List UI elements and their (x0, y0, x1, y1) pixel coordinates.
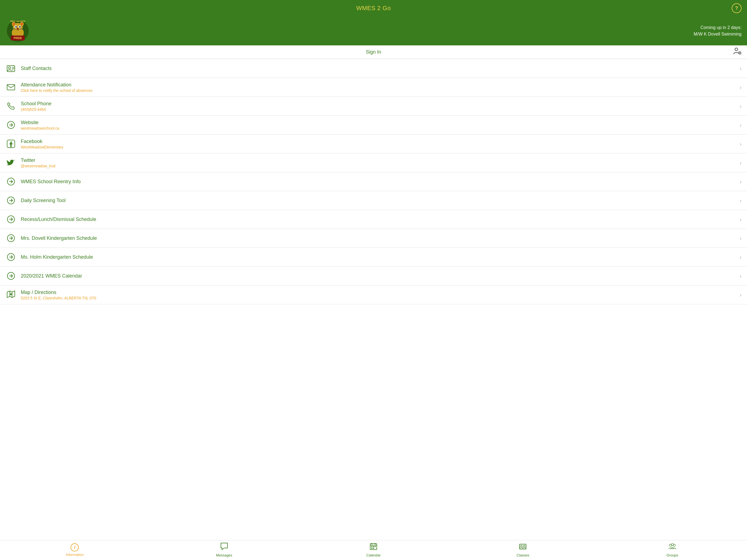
top-bar: WMES 2 Go ? (0, 0, 747, 17)
info-icon: i (71, 543, 79, 552)
svg-rect-60 (373, 546, 374, 547)
list-item-subtitle: WestMeadowElementary (21, 145, 737, 149)
list-item-recess[interactable]: Recess/Lunch/Dismissal Schedule › (0, 210, 747, 229)
svg-text:WEST MEADOW: WEST MEADOW (10, 20, 25, 22)
coming-up-text: Coming up in 2 days: M/W K Dovell Swimmi… (694, 24, 742, 37)
list-item-content: Staff Contacts (21, 66, 737, 71)
tab-information[interactable]: i Information (0, 543, 149, 557)
list-item-title: 2020/2021 WMES Calendar (21, 273, 737, 279)
signin-label[interactable]: Sign In (366, 49, 381, 55)
list-item-attendance[interactable]: Attendance Notification Click here to no… (0, 78, 747, 97)
list-item-staff-contacts[interactable]: Staff Contacts › (0, 59, 747, 78)
tab-label-calendar: Calendar (366, 553, 381, 557)
list-item-content: Ms. Holm Kindergarten Schedule (21, 254, 737, 260)
chevron-right-icon: › (740, 84, 742, 91)
list-item-title: Recess/Lunch/Dismissal Schedule (21, 217, 737, 222)
chevron-right-icon: › (740, 198, 742, 204)
chevron-right-icon: › (740, 179, 742, 185)
list-item-icon-link (5, 120, 17, 130)
info-list: Staff Contacts › Attendance Notification… (0, 59, 747, 540)
logo-bar: PRIDE WEST MEADOW Coming up in 2 days: M… (0, 17, 747, 45)
svg-point-21 (735, 48, 738, 51)
list-item-title: Map / Directions (21, 289, 737, 295)
svg-point-6 (21, 23, 23, 25)
svg-point-66 (523, 545, 525, 547)
svg-point-5 (12, 23, 15, 25)
svg-rect-61 (375, 546, 376, 547)
tab-classes[interactable]: Classes (448, 542, 597, 557)
tab-bar: i Information Messages Calendar (0, 540, 747, 560)
list-item-content: Map / Directions 5203 5 St E, Claresholm… (21, 289, 737, 300)
list-item-subtitle: 5203 5 St E, Claresholm, ALBERTA T0L 0T0 (21, 296, 737, 300)
list-item-content: Daily Screening Tool (21, 198, 737, 203)
list-item-content: Mrs. Dovell Kindergarten Schedule (21, 235, 737, 241)
tab-label-messages: Messages (216, 553, 232, 557)
help-button[interactable]: ? (732, 3, 742, 13)
list-item-title: School Phone (21, 101, 737, 107)
tab-messages[interactable]: Messages (149, 542, 299, 557)
svg-point-23 (740, 52, 741, 53)
list-item-title: Staff Contacts (21, 66, 737, 71)
list-item-calendar[interactable]: 2020/2021 WMES Calendar › (0, 266, 747, 285)
svg-point-13 (17, 28, 19, 29)
list-item-content: Twitter @westmeadow_lrsd (21, 157, 737, 168)
chevron-right-icon: › (740, 160, 742, 166)
svg-rect-35 (7, 84, 15, 90)
list-item-subtitle: (403)625-4464 (21, 107, 737, 111)
chevron-right-icon: › (740, 254, 742, 260)
list-item-content: Recess/Lunch/Dismissal Schedule (21, 217, 737, 222)
svg-point-11 (16, 26, 17, 27)
list-item-content: 2020/2021 WMES Calendar (21, 273, 737, 279)
list-item-content: School Phone (403)625-4464 (21, 101, 737, 111)
list-item-content: Attendance Notification Click here to no… (21, 82, 737, 93)
chevron-right-icon: › (740, 273, 742, 279)
svg-point-31 (8, 67, 11, 69)
list-item-screening[interactable]: Daily Screening Tool › (0, 191, 747, 210)
svg-point-12 (20, 26, 21, 27)
chevron-right-icon: › (740, 141, 742, 147)
svg-rect-63 (373, 548, 374, 549)
list-item-map[interactable]: Map / Directions 5203 5 St E, Claresholm… (0, 285, 747, 304)
svg-point-9 (15, 26, 17, 28)
list-item-icon-link (5, 271, 17, 281)
list-item-subtitle: @westmeadow_lrsd (21, 164, 737, 168)
list-item-title: Facebook (21, 138, 737, 144)
list-item-title: Attendance Notification (21, 82, 737, 88)
list-item-dovell[interactable]: Mrs. Dovell Kindergarten Schedule › (0, 229, 747, 248)
list-item-icon-map (5, 289, 17, 300)
list-item-title: Mrs. Dovell Kindergarten Schedule (21, 235, 737, 241)
list-item-website[interactable]: Website westmeadowschool.ca › (0, 116, 747, 134)
list-item-content: WMES School Reentry Info (21, 179, 737, 184)
tab-calendar[interactable]: Calendar (299, 542, 448, 557)
svg-rect-59 (371, 546, 372, 547)
list-item-subtitle: westmeadowschool.ca (21, 126, 737, 130)
list-item-icon-link (5, 176, 17, 187)
tab-groups[interactable]: Groups (598, 542, 747, 557)
list-item-reentry[interactable]: WMES School Reentry Info › (0, 172, 747, 191)
list-item-title: Twitter (21, 157, 737, 163)
list-item-icon-facebook (5, 138, 17, 149)
user-settings-icon[interactable] (733, 47, 742, 57)
classes-icon (519, 542, 526, 552)
list-item-subtitle: Click here to notify the school of absen… (21, 88, 737, 93)
list-item-twitter[interactable]: Twitter @westmeadow_lrsd › (0, 153, 747, 172)
list-item-title: WMES School Reentry Info (21, 179, 737, 184)
tab-label-groups: Groups (667, 553, 678, 557)
svg-point-65 (521, 545, 522, 547)
calendar-icon (370, 542, 377, 552)
list-item-icon-staff (5, 63, 17, 74)
chevron-right-icon: › (740, 122, 742, 128)
tab-label-information: Information (66, 553, 84, 557)
chevron-right-icon: › (740, 292, 742, 298)
list-item-icon-link (5, 233, 17, 244)
chevron-right-icon: › (740, 216, 742, 223)
list-item-holm[interactable]: Ms. Holm Kindergarten Schedule › (0, 248, 747, 266)
list-item-icon-link (5, 195, 17, 206)
list-item-phone[interactable]: School Phone (403)625-4464 › (0, 97, 747, 116)
chevron-right-icon: › (740, 235, 742, 241)
svg-rect-62 (371, 548, 372, 549)
list-item-title: Website (21, 120, 737, 126)
svg-text:PRIDE: PRIDE (14, 36, 22, 40)
list-item-content: Website westmeadowschool.ca (21, 120, 737, 130)
list-item-facebook[interactable]: Facebook WestMeadowElementary › (0, 134, 747, 153)
